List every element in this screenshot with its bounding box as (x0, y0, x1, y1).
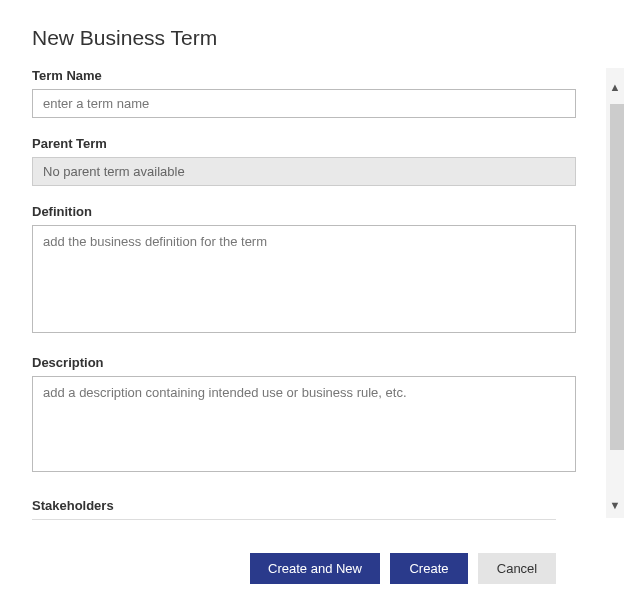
definition-label: Definition (32, 204, 556, 219)
dialog-title: New Business Term (32, 26, 556, 50)
stakeholders-label: Stakeholders (32, 498, 556, 513)
parent-term-group: Parent Term (32, 136, 556, 186)
button-row: Create and New Create Cancel (250, 553, 556, 584)
parent-term-input (32, 157, 576, 186)
definition-textarea[interactable] (32, 225, 576, 333)
create-and-new-button[interactable]: Create and New (250, 553, 380, 584)
term-name-group: Term Name (32, 68, 556, 118)
description-textarea[interactable] (32, 376, 576, 472)
stakeholders-group: Stakeholders (32, 498, 556, 520)
definition-group: Definition (32, 204, 556, 337)
cancel-button[interactable]: Cancel (478, 553, 556, 584)
term-name-label: Term Name (32, 68, 556, 83)
scrollbar-thumb[interactable] (610, 104, 624, 450)
description-label: Description (32, 355, 556, 370)
term-name-input[interactable] (32, 89, 576, 118)
create-button[interactable]: Create (390, 553, 468, 584)
stakeholders-divider (32, 519, 556, 520)
scroll-down-icon[interactable]: ▼ (608, 498, 622, 512)
new-business-term-dialog: New Business Term Term Name Parent Term … (0, 0, 588, 604)
scroll-up-icon[interactable]: ▲ (608, 80, 622, 94)
parent-term-label: Parent Term (32, 136, 556, 151)
description-group: Description (32, 355, 556, 476)
